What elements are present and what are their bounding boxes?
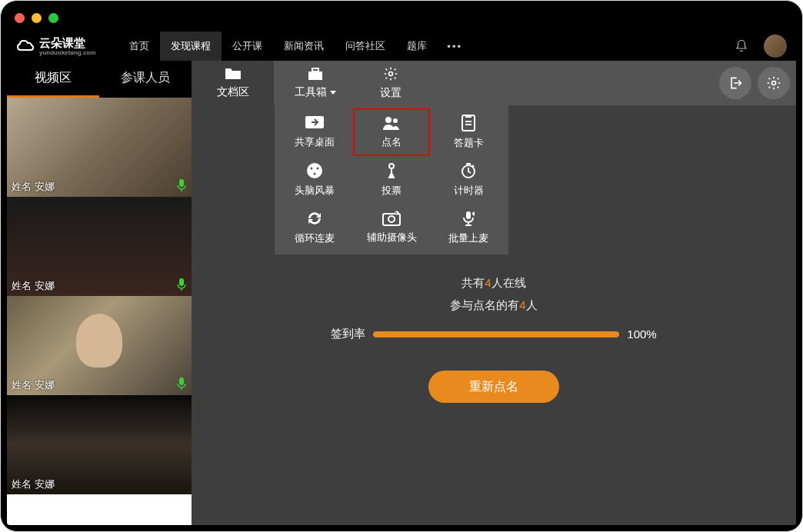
- svg-point-12: [307, 163, 322, 178]
- vote-icon: [383, 162, 400, 181]
- share-screen-icon: [305, 115, 325, 133]
- signin-rate-pct: 100%: [627, 328, 656, 341]
- logo-subtitle: yunduoketang.com: [39, 49, 95, 56]
- video-thumbnail: [7, 494, 192, 525]
- card-icon: [460, 115, 477, 134]
- nav-public-class[interactable]: 公开课: [222, 32, 273, 61]
- close-window[interactable]: [15, 13, 25, 23]
- timer-icon: [460, 162, 477, 181]
- signin-progress-bar: [373, 331, 619, 337]
- toolbar-toolbox[interactable]: 工具箱: [274, 61, 356, 105]
- toolbar-settings-label: 设置: [380, 86, 402, 100]
- tool-label: 批量上麦: [448, 231, 488, 245]
- gear-icon: [383, 66, 398, 84]
- svg-point-8: [385, 117, 392, 123]
- cycle-icon: [305, 210, 324, 229]
- cloud-logo-icon: [16, 39, 35, 53]
- svg-rect-21: [466, 211, 471, 219]
- video-name-label: 姓名 安娜: [12, 180, 55, 194]
- toolbar-settings[interactable]: 设置: [356, 61, 425, 105]
- mic-on-icon: [176, 377, 187, 391]
- video-tile[interactable]: 姓名 安娜: [7, 395, 192, 494]
- svg-point-14: [317, 168, 319, 170]
- tool-label: 辅助摄像头: [367, 231, 417, 244]
- nav-home[interactable]: 首页: [118, 32, 160, 61]
- svg-point-19: [388, 216, 395, 222]
- video-list: 姓名 安娜 姓名 安娜 姓名 安娜: [7, 98, 192, 525]
- tool-rollcall[interactable]: 点名: [353, 108, 430, 156]
- svg-point-15: [314, 173, 316, 175]
- nav-more[interactable]: •••: [438, 41, 471, 52]
- tool-aux-camera[interactable]: 辅助摄像头: [353, 204, 430, 251]
- nav-qa[interactable]: 问答社区: [335, 32, 396, 61]
- tool-share-desktop[interactable]: 共享桌面: [276, 108, 353, 156]
- toolbar-doc-area[interactable]: 文档区: [192, 61, 274, 105]
- svg-rect-11: [465, 115, 471, 118]
- svg-point-5: [389, 72, 393, 76]
- maximize-window[interactable]: [48, 13, 58, 23]
- chevron-down-icon: [330, 91, 336, 95]
- rollcall-count-text: 参与点名的有4人: [450, 298, 537, 313]
- exit-button[interactable]: [719, 67, 751, 99]
- minimize-window[interactable]: [32, 13, 42, 23]
- tool-label: 投票: [382, 184, 402, 198]
- window-traffic-lights: [15, 13, 58, 23]
- mic-on-icon: [176, 278, 187, 291]
- settings-gear-button[interactable]: [758, 67, 790, 99]
- video-name-label: 姓名 安娜: [12, 378, 55, 392]
- signin-rate-label: 签到率: [331, 327, 365, 341]
- toolbox-dropdown: 共享桌面 点名 答题卡 头脑风暴: [275, 105, 508, 254]
- svg-rect-3: [308, 71, 322, 80]
- tool-vote[interactable]: 投票: [353, 156, 430, 204]
- toolbox-icon: [306, 67, 325, 83]
- tool-answer-card[interactable]: 答题卡: [430, 108, 507, 156]
- svg-point-9: [393, 118, 398, 123]
- nav-news[interactable]: 新闻资讯: [273, 32, 335, 61]
- svg-rect-2: [179, 377, 184, 385]
- video-name-label: 姓名 安娜: [12, 477, 55, 491]
- sidebar-tabs: 视频区 参课人员: [7, 61, 192, 98]
- main-toolbar: 文档区 工具箱 设置: [192, 61, 796, 105]
- tool-cycle-mic[interactable]: 循环连麦: [276, 204, 353, 251]
- toolbar-doc-label: 文档区: [217, 85, 249, 99]
- tab-attendees[interactable]: 参课人员: [99, 61, 192, 98]
- tool-label: 循环连麦: [295, 231, 335, 245]
- logo-title: 云朵课堂: [39, 36, 85, 49]
- video-tile[interactable]: 姓名 安娜: [7, 296, 192, 395]
- top-nav: 云朵课堂 yunduoketang.com 首页 发现课程 公开课 新闻资讯 问…: [7, 32, 796, 61]
- nav-question-bank[interactable]: 题库: [396, 32, 438, 61]
- people-icon: [382, 115, 402, 133]
- main-area: 文档区 工具箱 设置: [192, 61, 796, 525]
- sidebar: 视频区 参课人员 姓名 安娜 姓名 安娜: [7, 61, 192, 525]
- online-count-text: 共有4人在线: [461, 276, 525, 291]
- svg-rect-0: [179, 179, 184, 187]
- brainstorm-icon: [306, 162, 323, 181]
- svg-point-16: [389, 164, 394, 168]
- tool-batch-mic[interactable]: 批量上麦: [430, 204, 507, 251]
- video-tile[interactable]: 姓名 安娜: [7, 197, 192, 296]
- avatar[interactable]: [764, 35, 787, 58]
- logo[interactable]: 云朵课堂 yunduoketang.com: [16, 36, 95, 56]
- signin-progress-fill: [373, 331, 619, 337]
- attendance-panel: 共有4人在线 参与点名的有4人 签到率 100% 重新点名: [192, 276, 796, 403]
- video-tile[interactable]: 姓名 安娜: [7, 98, 192, 197]
- tool-brainstorm[interactable]: 头脑风暴: [276, 156, 353, 204]
- camera-icon: [382, 211, 401, 228]
- bell-icon[interactable]: [735, 39, 748, 53]
- tool-label: 答题卡: [454, 136, 484, 150]
- mic-on-icon: [176, 178, 187, 192]
- svg-point-6: [772, 81, 776, 85]
- tool-label: 共享桌面: [295, 135, 335, 149]
- signin-rate-row: 签到率 100%: [331, 327, 656, 341]
- video-tile[interactable]: [7, 494, 192, 525]
- tool-timer[interactable]: 计时器: [430, 156, 507, 204]
- redo-rollcall-button[interactable]: 重新点名: [428, 371, 559, 403]
- svg-rect-4: [312, 68, 318, 71]
- app-container: 云朵课堂 yunduoketang.com 首页 发现课程 公开课 新闻资讯 问…: [7, 32, 796, 525]
- video-name-label: 姓名 安娜: [12, 279, 55, 293]
- tab-video-area[interactable]: 视频区: [7, 61, 99, 98]
- tool-label: 头脑风暴: [295, 184, 335, 198]
- nav-discover[interactable]: 发现课程: [160, 32, 222, 61]
- toolbar-toolbox-label: 工具箱: [295, 85, 327, 99]
- batch-mic-icon: [460, 210, 477, 229]
